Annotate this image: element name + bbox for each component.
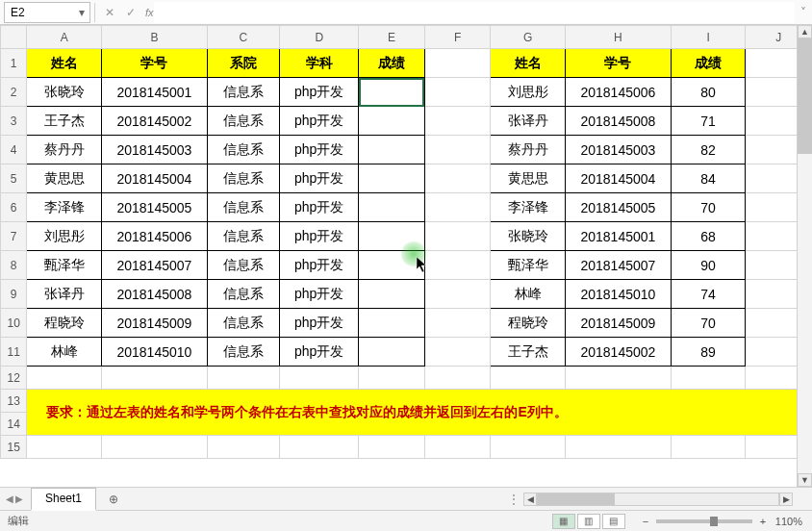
row-header-1[interactable]: 1 — [1, 49, 27, 78]
cell-F12[interactable] — [424, 367, 491, 390]
cell-A7[interactable]: 刘思彤 — [27, 222, 102, 251]
cell-F3[interactable] — [424, 107, 491, 136]
cell-C10[interactable]: 信息系 — [207, 309, 279, 338]
cell-C9[interactable]: 信息系 — [207, 280, 279, 309]
cell-B9[interactable]: 2018145008 — [102, 280, 208, 309]
name-box-dropdown-icon[interactable]: ▾ — [74, 6, 89, 19]
cell-F11[interactable] — [424, 338, 491, 367]
scroll-left-icon[interactable]: ◀ — [523, 493, 537, 506]
zoom-out-button[interactable]: − — [639, 516, 652, 527]
cell-C1[interactable]: 系院 — [207, 49, 279, 78]
cell-B12[interactable] — [102, 367, 208, 390]
cell-G1[interactable]: 姓名 — [491, 49, 566, 78]
cell-I15[interactable] — [671, 436, 746, 459]
cell-A6[interactable]: 李泽锋 — [27, 193, 102, 222]
cell-D5[interactable]: php开发 — [280, 164, 359, 193]
scroll-right-icon[interactable]: ▶ — [779, 493, 793, 506]
cell-A12[interactable] — [27, 367, 102, 390]
column-header-G[interactable]: G — [491, 26, 566, 49]
cell-B15[interactable] — [102, 436, 208, 459]
cell-A1[interactable]: 姓名 — [27, 49, 102, 78]
cell-E7[interactable] — [359, 222, 425, 251]
cell-D10[interactable]: php开发 — [280, 309, 359, 338]
zoom-slider[interactable] — [656, 519, 752, 523]
cell-E9[interactable] — [359, 280, 425, 309]
cell-H4[interactable]: 2018145003 — [566, 136, 672, 164]
add-sheet-button[interactable]: ⊕ — [104, 490, 123, 509]
row-header-12[interactable]: 12 — [1, 367, 27, 390]
cell-D11[interactable]: php开发 — [280, 338, 359, 367]
cell-G2[interactable]: 刘思彤 — [491, 78, 566, 107]
cell-E12[interactable] — [359, 367, 425, 390]
cell-C5[interactable]: 信息系 — [207, 164, 279, 193]
cell-I7[interactable]: 68 — [671, 222, 746, 251]
cell-F7[interactable] — [424, 222, 491, 251]
cell-I8[interactable]: 90 — [671, 251, 746, 280]
cell-B4[interactable]: 2018145003 — [102, 136, 208, 164]
cell-H15[interactable] — [566, 436, 672, 459]
cell-H12[interactable] — [566, 367, 672, 390]
cell-H9[interactable]: 2018145010 — [566, 280, 672, 309]
row-header-3[interactable]: 3 — [1, 107, 27, 136]
cell-I5[interactable]: 84 — [671, 164, 746, 193]
row-header-2[interactable]: 2 — [1, 78, 27, 107]
cell-I9[interactable]: 74 — [671, 280, 746, 309]
column-header-C[interactable]: C — [207, 26, 279, 49]
row-header-10[interactable]: 10 — [1, 309, 27, 338]
scroll-up-icon[interactable]: ▲ — [798, 25, 812, 38]
cell-F10[interactable] — [424, 309, 491, 338]
cell-C6[interactable]: 信息系 — [207, 193, 279, 222]
tab-nav-first-icon[interactable]: ◀ — [6, 493, 13, 504]
cell-I10[interactable]: 70 — [671, 309, 746, 338]
cell-A8[interactable]: 甄泽华 — [27, 251, 102, 280]
column-header-B[interactable]: B — [102, 26, 208, 49]
cell-G9[interactable]: 林峰 — [491, 280, 566, 309]
cell-H6[interactable]: 2018145005 — [566, 193, 672, 222]
cell-G11[interactable]: 王子杰 — [491, 338, 566, 367]
cell-H3[interactable]: 2018145008 — [566, 107, 672, 136]
cell-I11[interactable]: 89 — [671, 338, 746, 367]
cell-reference-input[interactable] — [5, 6, 74, 19]
cell-A4[interactable]: 蔡丹丹 — [27, 136, 102, 164]
cell-G4[interactable]: 蔡丹丹 — [491, 136, 566, 164]
fx-label[interactable]: fx — [145, 7, 154, 18]
formula-bar-expand-icon[interactable]: ˅ — [795, 6, 812, 19]
row-header-4[interactable]: 4 — [1, 136, 27, 164]
cell-D6[interactable]: php开发 — [280, 193, 359, 222]
cell-D3[interactable]: php开发 — [280, 107, 359, 136]
cell-E5[interactable] — [359, 164, 425, 193]
cell-G6[interactable]: 李泽锋 — [491, 193, 566, 222]
cell-H7[interactable]: 2018145001 — [566, 222, 672, 251]
cell-A5[interactable]: 黄思思 — [27, 164, 102, 193]
column-header-F[interactable]: F — [424, 26, 491, 49]
cell-I4[interactable]: 82 — [671, 136, 746, 164]
cell-B10[interactable]: 2018145009 — [102, 309, 208, 338]
column-header-E[interactable]: E — [359, 26, 425, 49]
cell-F6[interactable] — [424, 193, 491, 222]
cell-E1[interactable]: 成绩 — [359, 49, 425, 78]
cell-I1[interactable]: 成绩 — [671, 49, 746, 78]
cell-B1[interactable]: 学号 — [102, 49, 208, 78]
cell-E15[interactable] — [359, 436, 425, 459]
cell-I2[interactable]: 80 — [671, 78, 746, 107]
cell-H2[interactable]: 2018145006 — [566, 78, 672, 107]
cell-H1[interactable]: 学号 — [566, 49, 672, 78]
view-page-break-button[interactable]: ▤ — [602, 514, 625, 529]
cell-G7[interactable]: 张晓玲 — [491, 222, 566, 251]
cell-F5[interactable] — [424, 164, 491, 193]
cell-D12[interactable] — [280, 367, 359, 390]
cell-I12[interactable] — [671, 367, 746, 390]
select-all-corner[interactable] — [1, 26, 27, 49]
cell-B5[interactable]: 2018145004 — [102, 164, 208, 193]
cell-B7[interactable]: 2018145006 — [102, 222, 208, 251]
column-header-H[interactable]: H — [566, 26, 672, 49]
cell-B2[interactable]: 2018145001 — [102, 78, 208, 107]
row-header-6[interactable]: 6 — [1, 193, 27, 222]
cell-C11[interactable]: 信息系 — [207, 338, 279, 367]
cell-D1[interactable]: 学科 — [280, 49, 359, 78]
zoom-value[interactable]: 110% — [775, 516, 802, 527]
cell-E4[interactable] — [359, 136, 425, 164]
cell-F8[interactable] — [424, 251, 491, 280]
cell-C2[interactable]: 信息系 — [207, 78, 279, 107]
cell-F2[interactable] — [424, 78, 491, 107]
